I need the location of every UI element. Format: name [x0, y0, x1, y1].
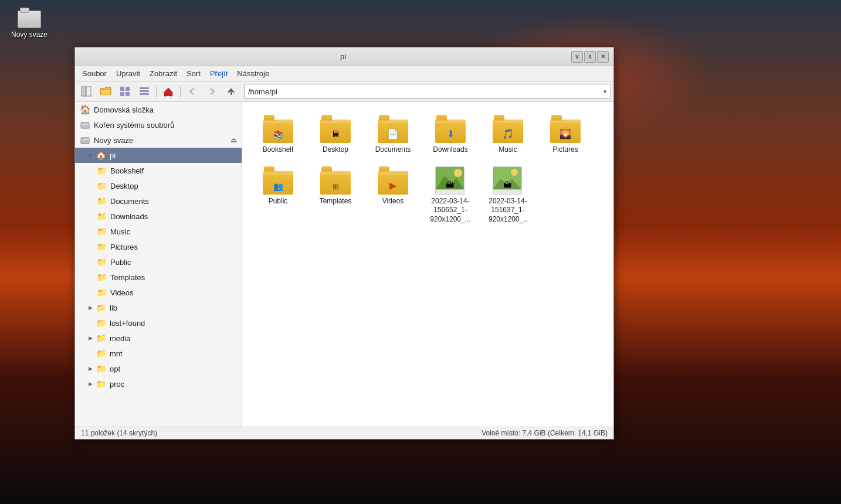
desktop-drive-icon[interactable]: Nový svaze [9, 11, 50, 39]
svg-rect-1 [86, 87, 91, 96]
sidebar-tree-mnt[interactable]: ▶ 📁 mnt [75, 346, 242, 361]
desktop-icon-label: Nový svaze [11, 30, 48, 39]
file-item-templates[interactable]: ⊞ Templates [309, 163, 362, 228]
desktop-folder-icon: 📁 [96, 181, 107, 191]
sidebar-tree-templates[interactable]: 📁 Templates [75, 270, 242, 285]
file-item-music[interactable]: 🎵 Music [481, 111, 534, 158]
svg-rect-2 [120, 87, 124, 91]
sidebar-tree-proc[interactable]: ▶ 📁 proc [75, 376, 242, 391]
address-dropdown-button[interactable]: ▾ [603, 88, 607, 96]
sidebar-videos-label: Videos [110, 288, 134, 297]
home-button[interactable] [160, 83, 177, 100]
drive-icon-image [18, 11, 41, 28]
sidebar-downloads-label: Downloads [110, 212, 148, 221]
file-item-public[interactable]: 👥 Public [252, 163, 304, 228]
eject-icon[interactable]: ⏏ [230, 136, 237, 144]
sidebar-opt-label: opt [110, 365, 120, 373]
menu-prejit[interactable]: Přejít [205, 67, 232, 80]
tree-arrow-proc: ▶ [87, 380, 94, 387]
sidebar-home-folder-label: Domovská složka [94, 105, 154, 114]
up-icon [227, 87, 235, 96]
music-file-icon: 🎵 [493, 115, 523, 143]
menu-zobrazit[interactable]: Zobrazit [145, 67, 182, 80]
sidebar-tree-pictures[interactable]: 📁 Pictures [75, 239, 242, 254]
sidebar-tree-downloads[interactable]: 📁 Downloads [75, 209, 242, 224]
list-view-button[interactable] [135, 83, 153, 100]
menu-nastroje[interactable]: Násstroje [232, 67, 274, 80]
img1-preview-svg [436, 167, 464, 189]
img1-file-icon [435, 166, 466, 195]
file-label-img2: 2022-03-14-151637_1-920x1200_.. [484, 197, 532, 224]
svg-rect-4 [120, 92, 124, 96]
file-item-pictures[interactable]: 🌄 Pictures [539, 111, 592, 158]
public-folder-icon: 📁 [96, 257, 107, 267]
downloads-file-icon: ⬇ [435, 115, 466, 143]
maximize-button[interactable]: ∧ [584, 51, 596, 63]
menu-sort[interactable]: Sort [182, 67, 205, 80]
title-bar: pi ∨ ∧ ✕ [75, 47, 613, 66]
status-bar: 11 položek (14 skrytých) Volné místo: 7,… [75, 427, 613, 439]
sidebar-item-root-fs[interactable]: Kořen systému souborů [75, 117, 242, 132]
mnt-folder-icon: 📁 [96, 348, 106, 359]
icon-view-button[interactable] [116, 83, 134, 100]
img2-preview-svg [493, 167, 521, 189]
sidebar-templates-label: Templates [110, 273, 145, 282]
file-item-bookshelf[interactable]: 📚 Bookshelf [252, 111, 304, 158]
file-label-public: Public [269, 197, 288, 206]
minimize-button[interactable]: ∨ [571, 51, 583, 63]
file-label-desktop: Desktop [323, 145, 348, 155]
file-item-downloads[interactable]: ⬇ Downloads [424, 111, 477, 158]
svg-point-13 [82, 122, 83, 124]
public-file-icon: 👥 [263, 166, 293, 195]
sidebar-tree-pi[interactable]: ▼ 🏠 pi [75, 148, 242, 163]
svg-rect-12 [81, 124, 89, 125]
icon-view-icon [120, 86, 130, 97]
back-icon [188, 87, 196, 96]
tree-arrow-media: ▶ [87, 335, 94, 342]
tree-arrow-pi: ▼ [87, 152, 94, 159]
file-item-img1[interactable]: 2022-03-14-150652_1-920x1200_... [424, 163, 477, 228]
list-view-icon [139, 86, 150, 97]
menu-soubor[interactable]: Soubor [77, 67, 111, 80]
open-folder-button[interactable] [97, 83, 114, 100]
svg-rect-6 [140, 87, 149, 89]
svg-point-16 [82, 138, 83, 139]
panel-toggle-button[interactable] [77, 83, 95, 100]
svg-rect-15 [81, 139, 89, 140]
sidebar-proc-label: proc [110, 380, 124, 389]
address-bar-container: ▾ [244, 84, 611, 99]
sidebar-tree-videos[interactable]: 📁 Videos [75, 285, 242, 300]
sidebar-item-new-drive[interactable]: Nový svaze ⏏ [75, 132, 242, 148]
back-button[interactable] [184, 83, 201, 100]
file-label-pictures: Pictures [552, 145, 578, 155]
address-bar-input[interactable] [248, 87, 603, 96]
sidebar-tree-documents[interactable]: 📁 Documents [75, 193, 242, 209]
file-item-documents[interactable]: 📄 Documents [367, 111, 419, 158]
media-folder-icon: 📁 [96, 333, 106, 343]
sidebar-item-home-folder[interactable]: 🏠 Domovská složka [75, 102, 242, 117]
sidebar-tree-media[interactable]: ▶ 📁 media [75, 331, 242, 346]
file-item-img2[interactable]: 2022-03-14-151637_1-920x1200_.. [481, 163, 534, 228]
sidebar-music-label: Music [110, 227, 130, 236]
file-area: 📚 Bookshelf 🖥 Desktop 📄 Documents [242, 102, 613, 427]
sidebar-bookshelf-label: Bookshelf [110, 166, 144, 175]
sidebar-tree-bookshelf[interactable]: 📁 Bookshelf [75, 163, 242, 178]
file-item-desktop[interactable]: 🖥 Desktop [309, 111, 362, 158]
window-title: pi [115, 52, 571, 61]
sidebar-tree-lib[interactable]: ▶ 📁 lib [75, 300, 242, 315]
sidebar-tree-opt[interactable]: ▶ 📁 opt [75, 361, 242, 376]
close-button[interactable]: ✕ [597, 51, 609, 63]
forward-button[interactable] [203, 83, 221, 100]
sidebar-tree-music[interactable]: 📁 Music [75, 224, 242, 239]
status-right: Volné místo: 7,4 GiB (Celkem: 14,1 GiB) [481, 429, 608, 437]
svg-point-19 [454, 169, 462, 177]
sidebar-tree-public[interactable]: 📁 Public [75, 254, 242, 270]
file-item-videos[interactable]: ▶ Videos [367, 163, 419, 228]
file-label-music: Music [499, 145, 517, 155]
sidebar-tree-desktop[interactable]: 📁 Desktop [75, 178, 242, 193]
file-label-videos: Videos [382, 197, 403, 206]
sidebar-tree-lost-found[interactable]: ▶ 📁 lost+found [75, 315, 242, 331]
up-button[interactable] [222, 83, 240, 100]
svg-rect-14 [81, 138, 89, 144]
menu-upravit[interactable]: Upravit [111, 67, 145, 80]
